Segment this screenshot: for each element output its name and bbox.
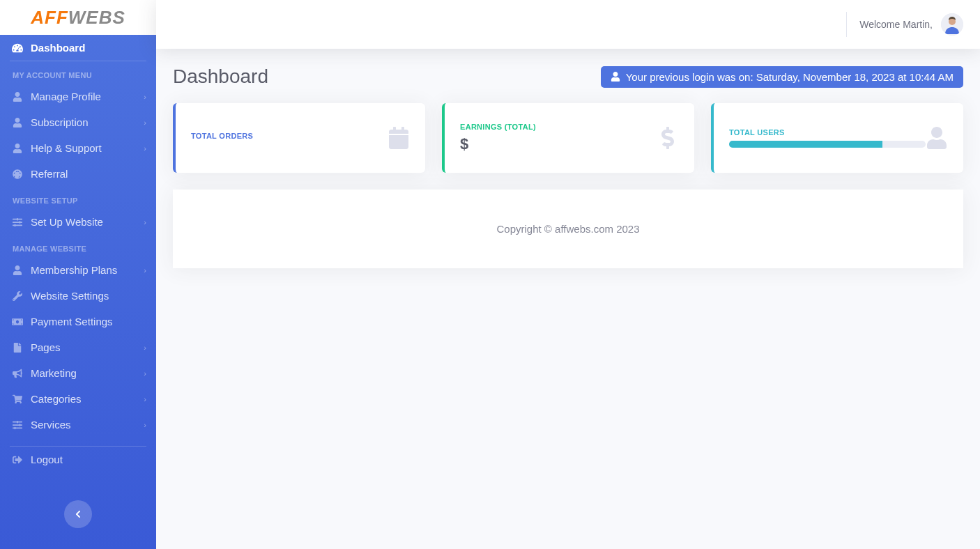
page-title: Dashboard bbox=[173, 65, 268, 88]
card-label: EARNINGS (TOTAL) bbox=[460, 123, 657, 131]
copyright-text: Copyright © affwebs.com 2023 bbox=[496, 223, 639, 235]
chevron-right-icon: › bbox=[144, 266, 146, 274]
sidebar-item-dashboard[interactable]: Dashboard bbox=[0, 35, 156, 61]
sidebar-item-label: Payment Settings bbox=[31, 316, 113, 327]
chevron-right-icon: › bbox=[144, 93, 146, 101]
user-icon bbox=[11, 265, 24, 275]
chevron-right-icon: › bbox=[144, 343, 146, 352]
topbar: Welcome Martin, bbox=[156, 0, 980, 49]
sidebar-item-membership-plans[interactable]: Membership Plans › bbox=[0, 257, 156, 283]
card-total-orders: TOTAL ORDERS bbox=[173, 103, 425, 173]
sidebar-item-setup-website[interactable]: Set Up Website › bbox=[0, 209, 156, 235]
footer: Copyright © affwebs.com 2023 bbox=[173, 190, 963, 268]
user-icon bbox=[11, 118, 24, 127]
chevron-right-icon: › bbox=[144, 395, 146, 403]
sliders-icon bbox=[11, 217, 24, 227]
sliders-icon bbox=[11, 420, 24, 430]
sidebar-item-manage-profile[interactable]: Manage Profile › bbox=[0, 84, 156, 109]
chevron-right-icon: › bbox=[144, 421, 146, 429]
sidebar-item-pages[interactable]: Pages › bbox=[0, 334, 156, 360]
sidebar-item-label: Pages bbox=[31, 341, 61, 353]
welcome-text: Welcome Martin, bbox=[859, 19, 933, 30]
nav-heading-setup: WEBSITE SETUP bbox=[0, 187, 156, 209]
bullhorn-icon bbox=[11, 369, 24, 378]
sidebar-item-label: Help & Support bbox=[31, 142, 102, 154]
card-label: TOTAL ORDERS bbox=[191, 132, 388, 140]
user-icon bbox=[926, 127, 948, 149]
sidebar-item-label: Subscription bbox=[31, 116, 89, 128]
sidebar-item-referral[interactable]: Referral bbox=[0, 161, 156, 187]
chevron-right-icon: › bbox=[144, 218, 146, 226]
cart-icon bbox=[11, 394, 24, 404]
user-icon bbox=[11, 144, 24, 153]
sidebar-item-services[interactable]: Services › bbox=[0, 412, 156, 438]
users-progress bbox=[729, 141, 926, 148]
card-earnings-total: EARNINGS (TOTAL) $ bbox=[442, 103, 694, 173]
chevron-right-icon: › bbox=[144, 118, 146, 127]
sidebar-item-help-support[interactable]: Help & Support › bbox=[0, 135, 156, 161]
brand-logo[interactable]: AFFWEBS bbox=[0, 0, 156, 35]
sidebar-item-label: Services bbox=[31, 419, 71, 431]
sidebar-item-label: Dashboard bbox=[31, 42, 85, 54]
sidebar-item-label: Membership Plans bbox=[31, 264, 117, 276]
sidebar-item-label: Set Up Website bbox=[31, 216, 103, 228]
calendar-icon bbox=[388, 127, 410, 149]
sidebar-item-logout[interactable]: Logout bbox=[0, 447, 156, 472]
sidebar-item-label: Referral bbox=[31, 168, 68, 180]
nav-heading-manage: MANAGE WEBSITE bbox=[0, 235, 156, 257]
tachometer-icon bbox=[11, 42, 24, 54]
user-icon bbox=[611, 72, 620, 82]
sidebar-item-website-settings[interactable]: Website Settings bbox=[0, 283, 156, 309]
chevron-left-icon bbox=[74, 510, 82, 518]
main-content: Dashboard Your previous login was on: Sa… bbox=[156, 49, 980, 549]
file-icon bbox=[11, 343, 24, 353]
sidebar-item-marketing[interactable]: Marketing › bbox=[0, 360, 156, 386]
topbar-divider bbox=[846, 12, 847, 37]
sidebar038-item-label: Logout bbox=[31, 454, 63, 465]
sidebar-item-label: Website Settings bbox=[31, 290, 109, 302]
avatar bbox=[941, 13, 963, 36]
brand-part2: WEBS bbox=[68, 7, 125, 28]
chevron-right-icon: › bbox=[144, 369, 146, 378]
sidebar-item-categories[interactable]: Categories › bbox=[0, 386, 156, 412]
wrench-icon bbox=[11, 291, 24, 301]
sidebar-item-label: Marketing bbox=[31, 367, 77, 379]
sidebar: AFFWEBS Dashboard MY ACCOUNT MENU Manage… bbox=[0, 0, 156, 549]
sidebar-item-label: Manage Profile bbox=[31, 91, 101, 102]
dollar-icon bbox=[657, 127, 679, 149]
card-label: TOTAL USERS bbox=[729, 128, 926, 137]
sidebar-item-subscription[interactable]: Subscription › bbox=[0, 109, 156, 135]
user-menu[interactable]: Welcome Martin, bbox=[859, 13, 963, 36]
sidebar-collapse-button[interactable] bbox=[64, 500, 92, 528]
globe-icon bbox=[11, 169, 24, 179]
previous-login-alert: Your previous login was on: Saturday, No… bbox=[601, 66, 963, 88]
sidebar-item-payment-settings[interactable]: Payment Settings bbox=[0, 309, 156, 334]
nav-heading-account: MY ACCOUNT MENU bbox=[0, 61, 156, 84]
brand-part1: AFF bbox=[31, 7, 68, 28]
user-icon bbox=[11, 92, 24, 102]
login-alert-text: Your previous login was on: Saturday, No… bbox=[626, 71, 954, 83]
money-bill-icon bbox=[11, 317, 24, 327]
card-value: $ bbox=[460, 135, 657, 153]
card-total-users: TOTAL USERS bbox=[711, 103, 963, 173]
sidebar-item-label: Categories bbox=[31, 393, 82, 405]
sign-out-icon bbox=[11, 455, 24, 465]
chevron-right-icon: › bbox=[144, 144, 146, 153]
users-progress-bar bbox=[729, 141, 882, 148]
